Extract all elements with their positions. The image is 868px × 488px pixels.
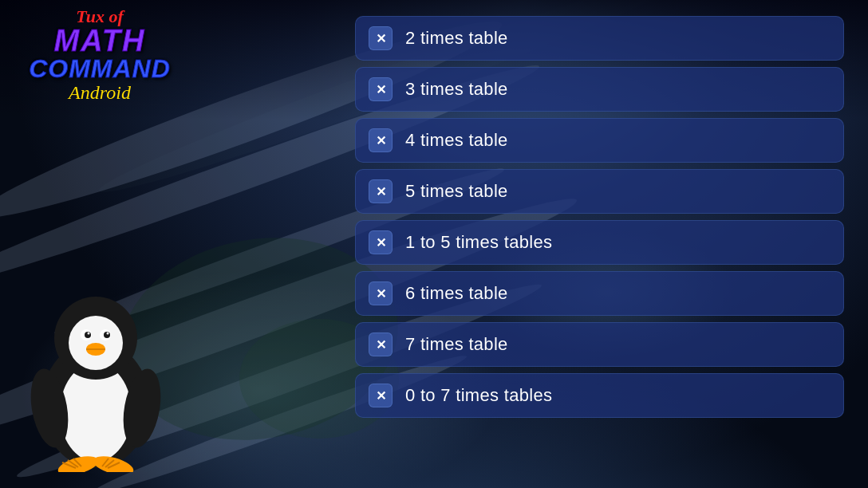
menu-label-6-times: 6 times table [405, 283, 508, 304]
logo-math: MATH [12, 26, 187, 56]
logo-text: Tux of MATH COMMAND Android [12, 8, 187, 104]
x-button-0-to-7-times[interactable]: ✕ [369, 384, 393, 407]
svg-point-8 [88, 333, 90, 335]
logo-android: Android [12, 81, 187, 104]
menu-label-2-times: 2 times table [405, 28, 508, 49]
menu-item-4-times[interactable]: ✕4 times table [355, 118, 844, 163]
svg-point-9 [107, 333, 109, 335]
menu-item-2-times[interactable]: ✕2 times table [355, 16, 844, 61]
menu-label-5-times: 5 times table [405, 181, 508, 202]
menu-item-7-times[interactable]: ✕7 times table [355, 322, 844, 367]
x-button-6-times[interactable]: ✕ [369, 281, 393, 305]
logo-command: COMMAND [12, 56, 187, 81]
menu-item-0-to-7-times[interactable]: ✕0 to 7 times tables [355, 373, 844, 418]
x-button-2-times[interactable]: ✕ [369, 26, 393, 50]
menu-label-4-times: 4 times table [405, 130, 508, 151]
menu-label-0-to-7-times: 0 to 7 times tables [405, 385, 552, 406]
x-button-3-times[interactable]: ✕ [369, 77, 393, 101]
x-button-1-to-5-times[interactable]: ✕ [369, 230, 393, 254]
menu-item-1-to-5-times[interactable]: ✕1 to 5 times tables [355, 220, 844, 265]
menu-label-3-times: 3 times table [405, 79, 508, 100]
menu-item-5-times[interactable]: ✕5 times table [355, 169, 844, 214]
menu-label-1-to-5-times: 1 to 5 times tables [405, 232, 552, 253]
x-button-5-times[interactable]: ✕ [369, 179, 393, 203]
logo-container: Tux of MATH COMMAND Android [12, 8, 187, 104]
x-button-7-times[interactable]: ✕ [369, 333, 393, 356]
x-button-4-times[interactable]: ✕ [369, 128, 393, 152]
menu-item-3-times[interactable]: ✕3 times table [355, 67, 844, 112]
tux-penguin [16, 289, 176, 472]
menu-container: ✕2 times table✕3 times table✕4 times tab… [355, 16, 844, 418]
logo-tux-of: Tux of [12, 8, 187, 26]
menu-label-7-times: 7 times table [405, 334, 508, 355]
menu-item-6-times[interactable]: ✕6 times table [355, 271, 844, 316]
